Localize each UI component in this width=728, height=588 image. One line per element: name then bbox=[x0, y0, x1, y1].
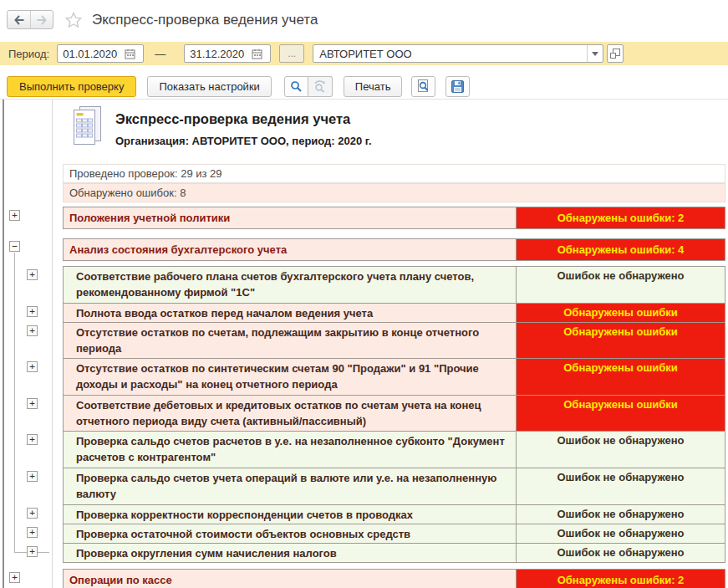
section-name[interactable]: Положения учетной политики bbox=[63, 207, 517, 229]
check-name[interactable]: Проверка сальдо счетов учета операций в … bbox=[63, 468, 517, 505]
check-name[interactable]: Проверка остаточной стоимости объектов о… bbox=[63, 524, 517, 544]
organization-open-button[interactable] bbox=[607, 44, 624, 63]
check-name[interactable]: Соответствие дебетовых и кредитовых оста… bbox=[63, 396, 517, 432]
check-status[interactable]: Ошибок не обнаружено bbox=[517, 432, 725, 468]
check-status[interactable]: Обнаружены ошибки bbox=[517, 359, 725, 396]
app-window: Экспресс-проверка ведения учета Период: … bbox=[0, 0, 728, 588]
show-settings-button[interactable]: Показать настройки bbox=[147, 76, 271, 97]
period-toolbar: Период: — ... АВТОРИТЕТ ООО bbox=[0, 42, 728, 65]
check-name[interactable]: Соответствие рабочего плана счетов бухга… bbox=[63, 267, 517, 304]
back-arrow-icon bbox=[13, 15, 25, 25]
check-name[interactable]: Проверка округления сумм начисления нало… bbox=[63, 544, 517, 563]
check-status[interactable]: Ошибок не обнаружено bbox=[517, 267, 725, 304]
report-left-border bbox=[3, 100, 4, 588]
check-row: Проверка остаточной стоимости объектов о… bbox=[63, 524, 725, 544]
check-row: Соответствие рабочего плана счетов бухга… bbox=[63, 267, 725, 304]
tree-gutter-divider bbox=[52, 100, 53, 588]
print-preview-icon bbox=[417, 79, 430, 93]
find-next-button[interactable] bbox=[308, 76, 333, 97]
expand-section-1-button[interactable]: + bbox=[9, 210, 20, 221]
expand-check-1-button[interactable]: + bbox=[27, 269, 38, 280]
dropdown-arrow-button[interactable] bbox=[587, 45, 603, 62]
collapse-section-2-button[interactable]: − bbox=[9, 241, 20, 252]
open-link-icon bbox=[610, 49, 620, 59]
period-from-field bbox=[57, 44, 144, 63]
chevron-down-icon bbox=[592, 52, 598, 56]
period-to-input[interactable] bbox=[185, 48, 248, 60]
run-check-button[interactable]: Выполнить проверку bbox=[7, 76, 136, 97]
section-row-accounting-analysis: Анализ состояния бухгалтерского учета Об… bbox=[63, 238, 725, 261]
section-status-badge[interactable]: Обнаружены ошибки: 4 bbox=[517, 238, 725, 261]
expand-check-3-button[interactable]: + bbox=[27, 325, 38, 336]
check-status[interactable]: Ошибок не обнаружено bbox=[517, 524, 725, 544]
expand-check-10-button[interactable]: + bbox=[27, 546, 38, 557]
check-row: Проверка сальдо счетов учета операций в … bbox=[63, 468, 725, 505]
expand-check-4-button[interactable]: + bbox=[27, 361, 38, 372]
history-nav bbox=[7, 10, 53, 29]
back-button[interactable] bbox=[8, 11, 30, 28]
section-name[interactable]: Операции по кассе bbox=[63, 569, 517, 588]
organization-combobox[interactable]: АВТОРИТЕТ ООО bbox=[313, 44, 603, 63]
window-header: Экспресс-проверка ведения учета bbox=[0, 0, 728, 39]
find-button[interactable] bbox=[284, 76, 308, 97]
check-row: Полнота ввода остатков перед началом вед… bbox=[63, 304, 725, 323]
section-status-badge[interactable]: Обнаружены ошибки: 2 bbox=[517, 569, 725, 588]
search-button-group bbox=[284, 76, 333, 97]
check-row: Проверка сальдо счетов расчетов в у.е. н… bbox=[63, 432, 725, 468]
check-row: Проверка корректности корреспонденции сч… bbox=[63, 505, 725, 524]
tree-connector-line bbox=[14, 253, 15, 552]
expand-section-3-button[interactable]: + bbox=[9, 572, 20, 583]
section-row-cash-operations: Операции по кассе Обнаружены ошибки: 2 bbox=[63, 569, 725, 588]
check-name[interactable]: Проверка сальдо счетов расчетов в у.е. н… bbox=[63, 432, 517, 468]
calendar-button-to[interactable] bbox=[248, 45, 265, 62]
expand-check-7-button[interactable]: + bbox=[27, 471, 38, 482]
expand-check-5-button[interactable]: + bbox=[27, 398, 38, 409]
action-toolbar: Выполнить проверку Показать настройки Пе… bbox=[0, 74, 728, 99]
forward-arrow-icon bbox=[36, 15, 48, 25]
print-preview-button[interactable] bbox=[411, 76, 435, 97]
page-title: Экспресс-проверка ведения учета bbox=[92, 12, 318, 28]
calendar-button-from[interactable] bbox=[121, 45, 138, 62]
section-status-badge[interactable]: Обнаружены ошибки: 2 bbox=[517, 207, 725, 229]
report-document-icon bbox=[72, 106, 104, 150]
section-row-accounting-policy: Положения учетной политики Обнаружены ош… bbox=[63, 207, 725, 229]
report-viewport: + − + + + + + + + + + + + Экспресс-прове… bbox=[0, 99, 728, 588]
check-row: Проверка округления сумм начисления нало… bbox=[63, 544, 725, 563]
check-name[interactable]: Отсутствие остатков по счетам, подлежащи… bbox=[63, 323, 517, 359]
favorite-star-icon[interactable] bbox=[65, 12, 82, 28]
check-status[interactable]: Ошибок не обнаружено bbox=[517, 468, 725, 505]
report-subtitle: Организация: АВТОРИТЕТ ООО, период: 2020… bbox=[115, 135, 372, 147]
print-button[interactable]: Печать bbox=[344, 76, 403, 97]
forward-button[interactable] bbox=[30, 11, 53, 28]
check-name[interactable]: Проверка корректности корреспонденции сч… bbox=[63, 505, 517, 524]
check-row: Отсутствие остатков по синтетическим сче… bbox=[63, 359, 725, 396]
search-icon bbox=[290, 80, 303, 93]
check-name[interactable]: Полнота ввода остатков перед началом вед… bbox=[63, 304, 517, 323]
organization-value: АВТОРИТЕТ ООО bbox=[313, 48, 411, 60]
stat-checks-performed: Проведено проверок: 29 из 29 bbox=[63, 164, 725, 183]
period-from-input[interactable] bbox=[58, 48, 121, 60]
save-button[interactable] bbox=[445, 76, 470, 97]
period-more-button[interactable]: ... bbox=[279, 44, 304, 63]
save-icon bbox=[451, 80, 464, 93]
check-name[interactable]: Отсутствие остатков по синтетическим сче… bbox=[63, 359, 517, 396]
period-dash: — bbox=[155, 48, 165, 60]
expand-check-9-button[interactable]: + bbox=[27, 527, 38, 538]
check-status[interactable]: Обнаружены ошибки bbox=[517, 396, 725, 432]
section-name[interactable]: Анализ состояния бухгалтерского учета bbox=[63, 238, 517, 261]
expand-check-6-button[interactable]: + bbox=[27, 434, 38, 445]
calendar-icon bbox=[252, 49, 262, 59]
check-row: Соответствие дебетовых и кредитовых оста… bbox=[63, 396, 725, 432]
check-status[interactable]: Обнаружены ошибки bbox=[517, 304, 725, 323]
expand-check-8-button[interactable]: + bbox=[27, 508, 38, 519]
search-next-icon bbox=[313, 80, 327, 93]
period-to-field bbox=[184, 44, 271, 63]
check-status[interactable]: Ошибок не обнаружено bbox=[517, 505, 725, 524]
stat-errors-found: Обнаружено ошибок: 8 bbox=[63, 183, 725, 202]
calendar-icon bbox=[125, 49, 135, 59]
check-status[interactable]: Обнаружены ошибки bbox=[517, 323, 725, 359]
report-title: Экспресс-проверка ведения учета bbox=[115, 111, 350, 127]
expand-check-2-button[interactable]: + bbox=[27, 306, 38, 317]
check-status[interactable]: Ошибок не обнаружено bbox=[517, 544, 725, 563]
period-label: Период: bbox=[8, 48, 49, 60]
